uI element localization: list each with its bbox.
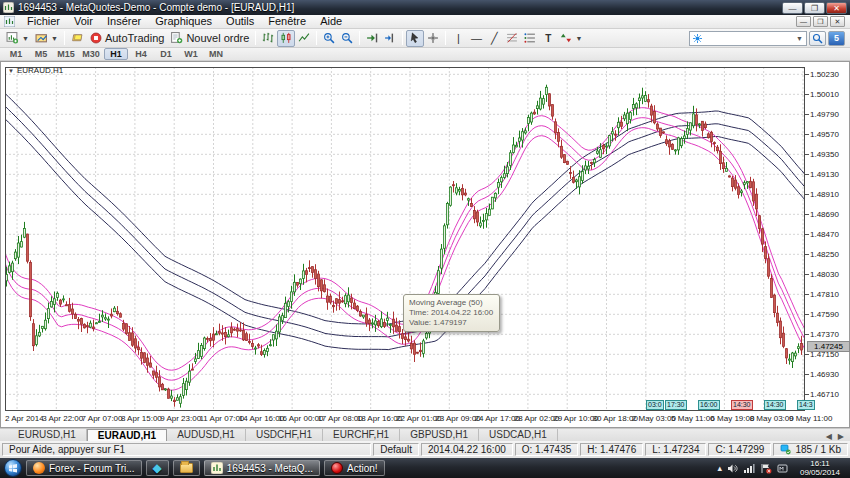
zoom-out-button[interactable] bbox=[338, 30, 356, 47]
tab-scroll-buttons: ◀ ▶ bbox=[826, 432, 850, 441]
horizontal-line-button[interactable]: — bbox=[467, 30, 485, 47]
taskbar-action-button[interactable]: Action! bbox=[324, 460, 385, 476]
restore-icon[interactable]: ❐ bbox=[804, 2, 825, 14]
zoom-in-icon bbox=[323, 32, 335, 44]
chart-tab-audusd-h1[interactable]: AUDUSD,H1 bbox=[167, 429, 246, 441]
minimize-icon[interactable]: — bbox=[782, 2, 803, 14]
menu-item-aide[interactable]: Aide bbox=[313, 15, 349, 28]
timeframe-w1[interactable]: W1 bbox=[179, 48, 203, 60]
taskbar-app-button[interactable]: ◆ bbox=[146, 460, 169, 476]
chart-window[interactable]: ▼ EURAUD,H1 1.502301.500101.497901.49570… bbox=[0, 61, 850, 428]
chart-tabs: EURUSD,H1EURAUD,H1AUDUSD,H1USDCHF,H1EURC… bbox=[8, 429, 558, 441]
chevron-down-icon: ▼ bbox=[22, 35, 29, 42]
news-marker: 14:30 bbox=[764, 400, 786, 410]
crosshair-button[interactable] bbox=[424, 30, 442, 47]
objects-list-button[interactable] bbox=[521, 30, 539, 47]
menu-item-fenêtre[interactable]: Fenêtre bbox=[261, 15, 313, 28]
book-icon bbox=[71, 32, 84, 44]
mdi-restore-icon[interactable]: ❐ bbox=[813, 16, 828, 27]
search-input[interactable] bbox=[703, 32, 795, 44]
language-indicator-icon[interactable] bbox=[777, 463, 789, 474]
search-button[interactable] bbox=[809, 31, 826, 46]
vertical-line-button[interactable]: | bbox=[449, 30, 467, 47]
tray-expand-icon[interactable]: ▴ bbox=[717, 463, 722, 473]
chart-shift-icon bbox=[384, 32, 396, 44]
close-icon[interactable]: ✕ bbox=[826, 2, 847, 14]
mdi-close-icon[interactable]: ✕ bbox=[830, 16, 845, 27]
chart-plot[interactable] bbox=[5, 67, 805, 411]
chart-tab-eurusd-h1[interactable]: EURUSD,H1 bbox=[8, 429, 87, 441]
time-axis[interactable]: 2 Apr 20143 Apr 22:007 Apr 07:008 Apr 15… bbox=[5, 412, 850, 425]
new-order-button[interactable]: Nouvel ordre bbox=[167, 30, 252, 47]
status-help: Pour Aide, appuyer sur F1 bbox=[2, 443, 371, 456]
windows-logo-icon bbox=[8, 463, 18, 473]
menu-item-outils[interactable]: Outils bbox=[219, 15, 261, 28]
start-button[interactable] bbox=[4, 459, 22, 477]
timeframe-m15[interactable]: M15 bbox=[54, 48, 78, 60]
price-tick-label: 1.48690 bbox=[810, 210, 839, 219]
timeframe-d1[interactable]: D1 bbox=[154, 48, 178, 60]
zoom-in-button[interactable] bbox=[320, 30, 338, 47]
price-tick-label: 1.48030 bbox=[810, 270, 839, 279]
profiles-button[interactable]: ▼ bbox=[32, 30, 61, 47]
new-chart-button[interactable]: ▼ bbox=[3, 30, 32, 47]
timeframe-h1[interactable]: H1 bbox=[104, 48, 128, 60]
timeframe-mn[interactable]: MN bbox=[204, 48, 228, 60]
chart-symbol-label[interactable]: ▼ EURAUD,H1 bbox=[8, 66, 63, 75]
timeframe-m1[interactable]: M1 bbox=[4, 48, 28, 60]
chart-shift-button[interactable] bbox=[381, 30, 399, 47]
chart-tab-euraud-h1[interactable]: EURAUD,H1 bbox=[87, 429, 167, 441]
trendline-button[interactable]: ╱ bbox=[485, 30, 503, 47]
bar-chart-icon bbox=[262, 32, 274, 44]
menu-item-voir[interactable]: Voir bbox=[67, 15, 100, 28]
line-chart-button[interactable] bbox=[295, 30, 313, 47]
news-marker: 16:00 bbox=[698, 400, 720, 410]
news-marker: 03:0 bbox=[646, 400, 664, 410]
time-tick-label: 6 May 19:00 bbox=[710, 414, 754, 423]
autotrading-button[interactable]: AutoTrading bbox=[87, 30, 168, 47]
chart-tab-eurchf-h1[interactable]: EURCHF,H1 bbox=[323, 429, 400, 441]
network-icon[interactable] bbox=[743, 463, 755, 474]
tab-scroll-right-icon[interactable]: ▶ bbox=[838, 432, 844, 441]
arrows-button[interactable]: ▼ bbox=[557, 30, 585, 47]
status-profile[interactable]: Default bbox=[373, 443, 419, 456]
timeframe-m5[interactable]: M5 bbox=[29, 48, 53, 60]
status-bar-time: 2014.04.22 16:00 bbox=[421, 443, 513, 456]
search-icon bbox=[812, 33, 823, 44]
taskbar-clock[interactable]: 16:11 09/05/2014 bbox=[794, 459, 846, 477]
action-recorder-icon bbox=[331, 462, 343, 474]
connection-icon bbox=[780, 444, 791, 455]
candlestick-chart-button[interactable] bbox=[277, 30, 295, 47]
fibonacci-button[interactable] bbox=[503, 30, 521, 47]
text-label-button[interactable]: T bbox=[539, 30, 557, 47]
time-tick-label: 5 May 11:00 bbox=[671, 414, 714, 423]
new-order-icon bbox=[170, 32, 183, 44]
timeframe-m30[interactable]: M30 bbox=[79, 48, 103, 60]
bar-chart-button[interactable] bbox=[259, 30, 277, 47]
menu-item-insérer[interactable]: Insérer bbox=[100, 15, 148, 28]
menu-item-graphiques[interactable]: Graphiques bbox=[148, 15, 219, 28]
profiles-icon bbox=[35, 32, 48, 44]
taskbar-explorer-button[interactable] bbox=[173, 460, 200, 476]
chart-tab-gbpusd-h1[interactable]: GBPUSD,H1 bbox=[400, 429, 479, 441]
search-combo[interactable]: ▼ bbox=[689, 31, 807, 46]
auto-scroll-button[interactable] bbox=[363, 30, 381, 47]
chart-tab-usdcad-h1[interactable]: USDCAD,H1 bbox=[479, 429, 558, 441]
cursor-button[interactable] bbox=[406, 30, 424, 47]
mdi-minimize-icon[interactable]: — bbox=[796, 16, 811, 27]
history-center-button[interactable] bbox=[68, 30, 87, 47]
menu-item-fichier[interactable]: Fichier bbox=[20, 15, 67, 28]
news-marker: 14:30 bbox=[731, 400, 753, 410]
price-tick-label: 1.48470 bbox=[810, 230, 839, 239]
chart-tab-usdchf-h1[interactable]: USDCHF,H1 bbox=[246, 429, 323, 441]
action-center-flag-icon[interactable] bbox=[760, 463, 772, 474]
status-open: O: 1.47435 bbox=[515, 443, 578, 456]
price-axis[interactable]: 1.502301.500101.497901.495701.493501.491… bbox=[807, 67, 850, 411]
timeframe-h4[interactable]: H4 bbox=[129, 48, 153, 60]
volume-icon[interactable] bbox=[727, 463, 738, 474]
taskbar-firefox-button[interactable]: Forex - Forum Tri... bbox=[26, 460, 142, 476]
tab-scroll-left-icon[interactable]: ◀ bbox=[826, 432, 832, 441]
mql5-community-button[interactable]: 5 bbox=[828, 31, 845, 46]
taskbar-mt4-button[interactable]: 1694453 - MetaQ... bbox=[204, 460, 320, 476]
time-tick-label: 8 May 03:00 bbox=[750, 414, 794, 423]
